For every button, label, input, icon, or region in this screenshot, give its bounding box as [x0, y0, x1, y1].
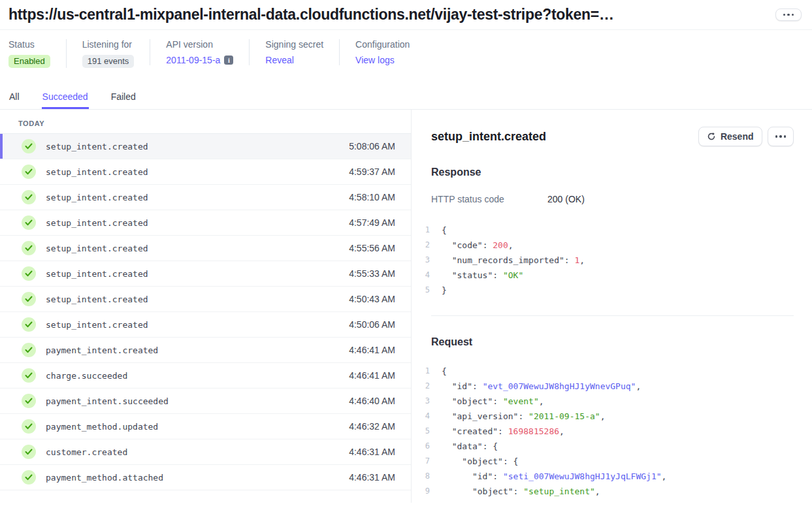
http-status-label: HTTP status code	[431, 194, 547, 204]
event-type: setup_intent.created	[46, 193, 148, 202]
success-check-icon	[22, 190, 36, 204]
meta-configuration: Configuration View logs	[339, 39, 425, 65]
resend-icon	[707, 132, 716, 141]
line-number: 3	[421, 394, 430, 409]
event-type: customer.created	[46, 447, 127, 457]
meta-label-configuration: Configuration	[355, 39, 410, 50]
event-row[interactable]: setup_intent.created4:50:43 AM	[0, 287, 411, 312]
line-number: 2	[421, 238, 430, 253]
event-row[interactable]: setup_intent.created4:59:37 AM	[0, 159, 411, 185]
api-version-link[interactable]: 2011-09-15-a	[166, 55, 220, 65]
line-number: 6	[421, 439, 430, 454]
code-line: 5}	[421, 283, 794, 298]
line-number: 5	[421, 424, 430, 439]
event-type: setup_intent.created	[46, 294, 148, 304]
event-row[interactable]: setup_intent.created4:50:06 AM	[0, 312, 411, 338]
detail-actions: Resend	[698, 127, 794, 146]
event-group-label: TODAY	[0, 110, 411, 134]
event-time: 4:46:32 AM	[349, 421, 395, 432]
event-type: setup_intent.created	[46, 167, 148, 177]
event-row[interactable]: payment_method.attached4:46:31 AM	[0, 465, 411, 490]
event-type: payment_method.updated	[46, 422, 158, 432]
event-row[interactable]: payment_intent.succeeded4:46:40 AM	[0, 389, 411, 414]
status-badge: Enabled	[8, 55, 50, 68]
success-check-icon	[22, 368, 36, 383]
tab-failed[interactable]: Failed	[110, 87, 137, 109]
event-time: 4:46:41 AM	[349, 345, 395, 355]
code-line: 1{	[421, 223, 794, 238]
resend-button[interactable]: Resend	[698, 127, 762, 146]
line-number: 2	[421, 379, 430, 394]
section-divider	[431, 315, 794, 316]
tab-succeeded[interactable]: Succeeded	[42, 87, 89, 109]
request-code-block: 1{2 "id": "evt_007WewuJW8hgHJ1yWnevGPuq"…	[421, 364, 794, 499]
line-number: 1	[421, 223, 430, 238]
line-number: 7	[421, 454, 430, 469]
ellipsis-icon	[775, 135, 787, 138]
event-rows: setup_intent.created5:08:06 AMsetup_inte…	[0, 134, 411, 490]
code-line: 2 "id": "evt_007WewuJW8hgHJ1yWnevGPuq",	[421, 379, 794, 394]
success-check-icon	[22, 343, 36, 357]
code-line: 4 "api_version": "2011-09-15-a",	[421, 409, 794, 424]
meta-label-listening: Listening for	[82, 39, 135, 50]
event-row[interactable]: setup_intent.created4:55:56 AM	[0, 236, 411, 261]
event-type: setup_intent.created	[46, 269, 148, 279]
endpoint-url-title: https://us-central1-mixpanel-internal-da…	[8, 6, 614, 24]
meta-label-status: Status	[8, 39, 50, 50]
meta-signing-secret: Signing secret Reveal	[249, 39, 339, 65]
success-check-icon	[22, 445, 36, 459]
code-line: 9 "object": "setup_intent",	[421, 484, 794, 499]
code-line: 8 "id": "seti_007WewuJW8hgHJ1yJqLFWGj1",	[421, 469, 794, 484]
meta-label-signing-secret: Signing secret	[265, 39, 323, 50]
main-content: TODAY setup_intent.created5:08:06 AMsetu…	[0, 110, 812, 503]
event-row[interactable]: setup_intent.created4:55:33 AM	[0, 261, 411, 287]
code-line: 3 "num_records_imported": 1,	[421, 253, 794, 268]
events-count-badge[interactable]: 191 events	[82, 55, 135, 68]
code-line: 4 "status": "OK"	[421, 268, 794, 283]
line-number: 4	[421, 409, 430, 424]
event-detail-title: setup_intent.created	[431, 130, 546, 144]
header-overflow-button[interactable]	[775, 8, 802, 22]
event-row[interactable]: payment_intent.created4:46:41 AM	[0, 338, 411, 363]
line-number: 5	[421, 283, 430, 298]
line-number: 9	[421, 484, 430, 499]
event-time: 4:50:06 AM	[349, 319, 395, 330]
event-time: 4:46:40 AM	[349, 396, 395, 406]
event-time: 4:46:41 AM	[349, 370, 395, 381]
detail-overflow-button[interactable]	[768, 127, 794, 146]
request-heading: Request	[431, 336, 794, 348]
detail-header: setup_intent.created Resend	[431, 127, 794, 146]
event-time: 4:46:31 AM	[349, 447, 395, 457]
line-number: 8	[421, 469, 430, 484]
success-check-icon	[22, 139, 36, 153]
code-line: 1{	[421, 364, 794, 379]
success-check-icon	[22, 394, 36, 408]
reveal-secret-link[interactable]: Reveal	[265, 55, 294, 65]
endpoint-meta-bar: Status Enabled Listening for 191 events …	[0, 30, 812, 78]
ellipsis-icon	[783, 14, 794, 16]
event-type: setup_intent.created	[46, 218, 148, 228]
success-check-icon	[22, 292, 36, 306]
tab-all[interactable]: All	[8, 87, 20, 109]
resend-button-label: Resend	[721, 131, 754, 142]
success-check-icon	[22, 215, 36, 230]
event-row[interactable]: setup_intent.created4:57:49 AM	[0, 210, 411, 236]
event-row[interactable]: charge.succeeded4:46:41 AM	[0, 363, 411, 389]
success-check-icon	[22, 241, 36, 255]
event-row[interactable]: customer.created4:46:31 AM	[0, 439, 411, 465]
event-type: payment_intent.succeeded	[46, 396, 169, 406]
event-type: payment_method.attached	[46, 473, 163, 483]
success-check-icon	[22, 165, 36, 179]
event-row[interactable]: setup_intent.created5:08:06 AM	[0, 134, 411, 159]
event-row[interactable]: payment_method.updated4:46:32 AM	[0, 414, 411, 439]
event-time: 4:57:49 AM	[349, 217, 395, 228]
event-filter-tabs: All Succeeded Failed	[0, 87, 812, 110]
success-check-icon	[22, 470, 36, 484]
page-header: https://us-central1-mixpanel-internal-da…	[0, 0, 812, 30]
event-type: charge.succeeded	[46, 371, 127, 381]
event-row[interactable]: setup_intent.created4:58:10 AM	[0, 185, 411, 210]
meta-api-version: API version 2011-09-15-a i	[150, 39, 249, 65]
response-code-block: 1{2 "code": 200,3 "num_records_imported"…	[421, 223, 794, 298]
view-logs-link[interactable]: View logs	[355, 55, 395, 65]
code-line: 7 "object": {	[421, 454, 794, 469]
